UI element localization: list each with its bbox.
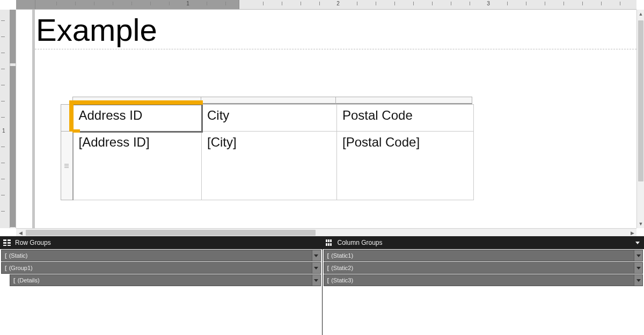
grouping-pane: Row Groups [ (Static) [ (Group1) [ (Deta… [0, 236, 644, 335]
cell-text: Address ID [79, 108, 143, 122]
chevron-down-icon [314, 267, 318, 270]
column-groups-icon [326, 239, 333, 246]
bracket-icon: [ [327, 252, 330, 259]
grouping-pane-menu-button[interactable] [635, 242, 640, 244]
column-groups-label: Column Groups [338, 239, 383, 246]
report-title-textbox[interactable]: Example [35, 10, 636, 48]
chevron-down-icon [636, 267, 641, 270]
row-group-item[interactable]: [ (Static) [1, 250, 321, 261]
cell-text: [City] [207, 135, 237, 149]
cell-text: [Postal Code] [342, 135, 420, 149]
report-design-canvas[interactable]: Example Address ID City [16, 10, 636, 228]
ruler-number: 1 [2, 128, 5, 134]
group-label: (Static1) [331, 252, 353, 259]
bracket-icon: [ [13, 277, 16, 283]
bracket-icon: [ [5, 252, 7, 259]
chevron-down-icon [314, 254, 318, 257]
scroll-up-button[interactable]: ▲ [637, 10, 644, 18]
divider [35, 49, 636, 49]
group-label: (Static2) [331, 265, 353, 271]
vertical-scrollbar[interactable]: ▲ ▼ [636, 10, 644, 228]
vertical-ruler[interactable]: 1 [0, 10, 16, 228]
column-handle[interactable] [335, 97, 472, 104]
scroll-thumb[interactable] [638, 20, 643, 181]
scroll-thumb[interactable] [26, 230, 316, 236]
table-data-cell[interactable]: [Address ID] [73, 132, 202, 200]
scroll-right-button[interactable]: ▶ [628, 229, 636, 237]
column-handle[interactable] [201, 97, 336, 104]
cell-text: [Address ID] [79, 135, 150, 149]
scroll-down-button[interactable]: ▼ [637, 220, 644, 228]
group-dropdown-button[interactable] [312, 263, 320, 273]
ruler-number: 2 [336, 1, 340, 6]
group-dropdown-button[interactable] [312, 275, 320, 286]
row-groups-header[interactable]: Row Groups [0, 236, 322, 249]
column-groups-header[interactable]: Column Groups [323, 236, 645, 249]
column-groups-column: Column Groups [ (Static1) [ (Static2) [ … [323, 236, 645, 335]
report-body[interactable]: Example Address ID City [35, 10, 636, 49]
row-group-item[interactable]: [ (Details) [10, 274, 321, 286]
table-data-cell[interactable]: [City] [202, 132, 337, 200]
bracket-icon: [ [327, 265, 330, 271]
scroll-left-button[interactable]: ◀ [16, 229, 25, 237]
chevron-down-icon [314, 279, 318, 282]
row-groups-label: Row Groups [15, 239, 51, 246]
ruler-number: 3 [487, 1, 490, 6]
group-label: (Group1) [9, 265, 33, 271]
column-group-item[interactable]: [ (Static3) [324, 274, 643, 286]
bracket-icon: [ [327, 277, 330, 283]
tablix[interactable]: Address ID City Postal Code [Add [61, 97, 474, 200]
group-label: (Details) [18, 277, 40, 283]
group-dropdown-button[interactable] [634, 275, 642, 286]
column-group-item[interactable]: [ (Static2) [324, 262, 643, 274]
horizontal-ruler[interactable]: 1 2 3 4 [16, 0, 636, 10]
row-group-item[interactable]: [ (Group1) [1, 262, 321, 274]
column-group-item[interactable]: [ (Static1) [324, 250, 643, 261]
cell-text: Postal Code [342, 108, 413, 122]
table-header-cell[interactable]: City [202, 105, 337, 132]
chevron-down-icon [636, 254, 641, 257]
bracket-icon: [ [5, 265, 7, 271]
chevron-down-icon [636, 279, 641, 282]
group-dropdown-button[interactable] [634, 263, 642, 273]
table-header-cell[interactable]: Postal Code [337, 105, 474, 132]
horizontal-scrollbar[interactable]: ◀ ▶ [16, 228, 636, 236]
row-groups-column: Row Groups [ (Static) [ (Group1) [ (Deta… [0, 236, 323, 335]
table-header-cell[interactable]: Address ID [73, 105, 202, 132]
cell-text: City [207, 108, 229, 122]
table-data-cell[interactable]: [Postal Code] [337, 132, 474, 200]
ruler-number: 1 [186, 1, 189, 6]
group-label: (Static3) [331, 277, 353, 283]
group-dropdown-button[interactable] [634, 250, 642, 261]
row-groups-icon [3, 239, 11, 246]
row-handle[interactable] [61, 132, 73, 200]
group-label: (Static) [9, 252, 28, 259]
group-dropdown-button[interactable] [312, 250, 320, 261]
